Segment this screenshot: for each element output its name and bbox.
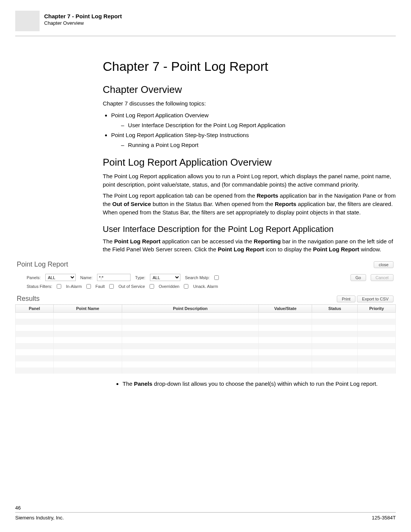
ui-desc-heading: User Interface Description for the Point… [103,224,396,234]
footer-rule [15,512,396,513]
table-row [16,313,396,319]
col-status[interactable]: Status [312,305,358,313]
header-chapter: Chapter 7 - Point Log Report [44,13,122,19]
header-section: Chapter Overview [44,20,122,26]
filter-unack-label: Unack. Alarm [193,284,218,289]
table-row [16,349,396,355]
filter-overridden-checkbox[interactable] [150,284,154,289]
table-row [16,355,396,361]
results-table: Panel Point Name Point Description Value… [15,304,396,374]
filter-overridden-label: Overridden [159,284,179,289]
header-titles: Chapter 7 - Point Log Report Chapter Ove… [44,11,122,26]
overview-item-1: Point Log Report Application Overview Us… [111,111,396,130]
table-row [16,331,396,337]
cancel-button[interactable]: Cancel [371,274,393,281]
overview-item-1a: User Interface Description for the Point… [121,121,396,130]
results-heading: Results [17,295,40,303]
search-mstp-checkbox[interactable] [214,275,219,280]
go-button[interactable]: Go [350,274,366,281]
panels-label: Panels: [27,275,41,280]
header-logo-placeholder [15,11,40,31]
col-point-desc[interactable]: Point Description [122,305,259,313]
export-csv-button[interactable]: Export to CSV [357,296,393,302]
filter-row: Panels: ALL Name: Type: ALL Search Mstp:… [15,272,396,283]
post-screenshot-list: The Panels drop-down list allows you to … [114,380,396,388]
close-button[interactable]: close [374,261,393,268]
page-header: Chapter 7 - Point Log Report Chapter Ove… [0,0,411,36]
overview-item-2a: Running a Point Log Report [121,141,396,150]
type-select[interactable]: ALL [150,274,180,281]
name-input[interactable] [97,274,131,281]
table-row [16,367,396,374]
col-priority[interactable]: Priority [358,305,396,313]
status-filter-row: Status Filters: In-Alarm Fault Out of Se… [15,283,396,292]
overview-heading: Chapter Overview [103,84,396,96]
overview-item-2: Point Log Report Application Step-by-Ste… [111,131,396,150]
table-row [16,319,396,325]
app-overview-heading: Point Log Report Application Overview [103,157,396,168]
post-item-panels: The Panels drop-down list allows you to … [123,380,396,388]
app-overview-p1: The Point Log Report application allows … [103,172,396,189]
table-row [16,361,396,367]
point-log-report-window: Point Log Report close Panels: ALL Name:… [15,259,396,374]
filter-fault-label: Fault [96,284,105,289]
table-row [16,325,396,331]
col-panel[interactable]: Panel [16,305,54,313]
filter-inalarm-checkbox[interactable] [57,284,61,289]
name-label: Name: [80,275,92,280]
page-footer: 46 Siemens Industry, Inc. 125-3584T [15,505,396,521]
app-title: Point Log Report [17,260,68,268]
filter-fault-checkbox[interactable] [86,284,91,289]
panels-select[interactable]: ALL [45,274,76,281]
footer-docid: 125-3584T [372,515,396,521]
type-label: Type: [135,275,145,280]
overview-list: Point Log Report Application Overview Us… [103,111,396,150]
filter-oos-checkbox[interactable] [109,284,114,289]
footer-company: Siemens Industry, Inc. [15,515,64,521]
overview-intro: Chapter 7 discusses the following topics… [103,99,396,108]
col-point-name[interactable]: Point Name [53,305,122,313]
table-row [16,343,396,349]
table-row [16,337,396,343]
page-number: 46 [15,505,396,511]
status-filters-label: Status Filters: [27,284,52,289]
col-value-state[interactable]: Value/State [259,305,312,313]
filter-inalarm-label: In-Alarm [66,284,82,289]
chapter-title: Chapter 7 - Point Log Report [103,59,396,74]
search-mstp-label: Search Mstp: [185,275,210,280]
print-button[interactable]: Print [337,296,355,302]
filter-unack-checkbox[interactable] [184,284,188,289]
filter-oos-label: Out of Service [118,284,145,289]
ui-desc-p1: The Point Log Report application can be … [103,237,396,254]
app-overview-p2: The Point Log report application tab can… [103,192,396,216]
